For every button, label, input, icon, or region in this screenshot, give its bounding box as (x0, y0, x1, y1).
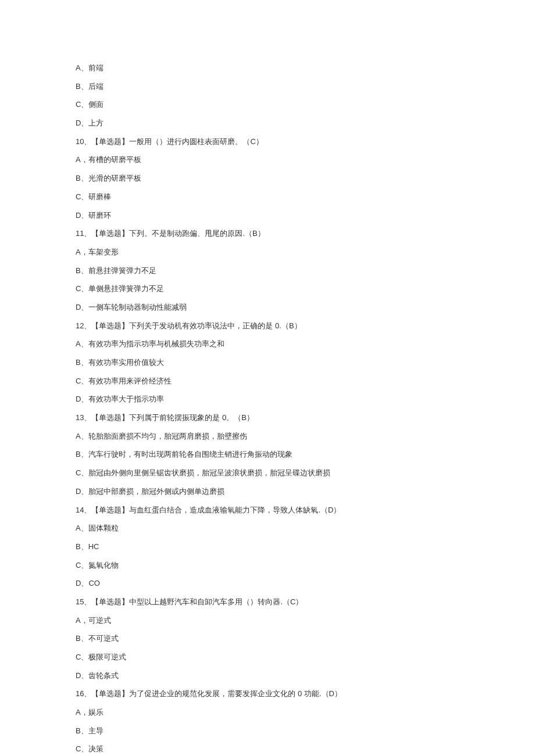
text-line: C、氮氧化物 (76, 560, 459, 571)
text-line: B、光滑的研磨平板 (76, 173, 459, 184)
text-line: D、研磨环 (76, 210, 459, 221)
text-line: C、决策 (76, 744, 459, 754)
document-page: A、前端 B、后端 C、侧面 D、上方 10、【单选题】一般用（）进行内圆柱表面… (0, 0, 535, 756)
text-line: 13、【单选题】下列属于前轮摆振现象的是 0。（B） (76, 413, 459, 423)
text-line: B、不可逆式 (76, 633, 459, 644)
text-line: 14、【单选题】与血红蛋白结合，造成血液输氧能力下降，导致人体缺氧.（D） (76, 505, 459, 515)
text-line: B、汽车行驶时，有时出现两前轮各自围绕主销进行角振动的现象 (76, 449, 459, 460)
text-line: D、齿轮条式 (76, 671, 459, 681)
text-line: 10、【单选题】一般用（）进行内圆柱表面研磨。（C） (76, 137, 459, 147)
text-line: C、侧面 (76, 99, 459, 110)
text-line: A、有效功率为指示功率与机械损失功率之和 (76, 339, 459, 349)
text-line: B、HC (76, 542, 459, 552)
text-line: C、极限可逆式 (76, 652, 459, 662)
text-line: A，可逆式 (76, 615, 459, 626)
text-line: D、一侧车轮制动器制动性能减弱 (76, 302, 459, 313)
text-line: A，娱乐 (76, 707, 459, 718)
text-line: B、前悬挂弹簧弹力不足 (76, 266, 459, 276)
text-line: D、上方 (76, 118, 459, 128)
text-line: C、有效功率用来评价经济性 (76, 376, 459, 386)
text-line: 15、【单选题】中型以上越野汽车和自卸汽车多用（）转向器.（C） (76, 597, 459, 607)
text-line: D、CO (76, 578, 459, 589)
text-line: B、主导 (76, 726, 459, 736)
text-line: C、胎冠由外侧向里侧呈锯齿状磨损，胎冠呈波浪状磨损，胎冠呈碟边状磨损 (76, 468, 459, 478)
text-line: B、有效功率实用价值较大 (76, 357, 459, 368)
text-line: D、有效功率大于指示功率 (76, 394, 459, 404)
text-line: 11、【单选题】下列。不是制动跑偏、甩尾的原因.（B） (76, 228, 459, 239)
text-line: A、轮胎胎面磨损不均匀，胎冠两肩磨损，胎壁擦伤 (76, 431, 459, 442)
text-line: A，车架变形 (76, 247, 459, 257)
text-line: A、前端 (76, 63, 459, 73)
text-line: B、后端 (76, 81, 459, 92)
text-line: A、固体颗粒 (76, 523, 459, 533)
text-line: 16、【单选题】为了促进企业的规范化发展，需要发挥企业文化的 0 功能.（D） (76, 689, 459, 699)
text-line: D、胎冠中部磨损，胎冠外侧或内侧单边磨损 (76, 486, 459, 497)
text-line: C、单侧悬挂弹簧弹力不足 (76, 284, 459, 294)
text-line: A，有槽的研磨平板 (76, 155, 459, 165)
text-line: C、研磨棒 (76, 192, 459, 202)
text-line: 12、【单选题】下列关于发动机有效功率说法中，正确的是 0.（B） (76, 321, 459, 331)
